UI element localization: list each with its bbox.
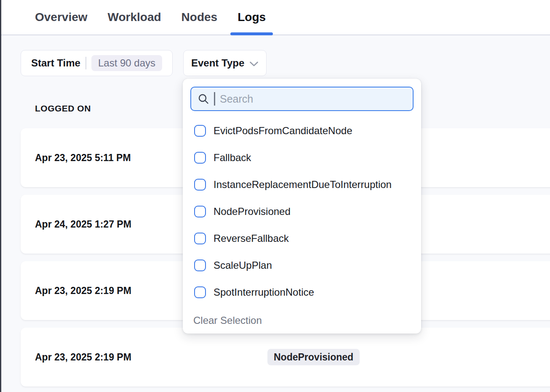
- sidebar-edge: [0, 0, 1, 392]
- option-instancereplacementduetointerruption[interactable]: InstanceReplacementDueToInterruption: [183, 171, 421, 198]
- logged-on-value: Apr 23, 2025 2:19 PM: [35, 285, 131, 297]
- event-type-label: Event Type: [191, 57, 244, 69]
- option-label: InstanceReplacementDueToInterruption: [214, 179, 392, 191]
- start-time-value-pill: Last 90 days: [91, 55, 162, 71]
- tab-logs[interactable]: Logs: [230, 0, 273, 34]
- logged-on-value: Apr 24, 2025 1:27 PM: [35, 219, 131, 230]
- option-nodeprovisioned[interactable]: NodeProvisioned: [183, 198, 421, 225]
- checkbox[interactable]: [194, 286, 206, 298]
- checkbox[interactable]: [194, 206, 206, 217]
- option-evictpodsfromcandidatenode[interactable]: EvictPodsFromCandidateNode: [183, 117, 421, 144]
- checkbox[interactable]: [194, 233, 206, 244]
- tab-workload-label: Workload: [108, 11, 161, 24]
- option-label: SpotInterruptionNotice: [214, 286, 314, 298]
- option-label: ScaleUpPlan: [214, 260, 272, 271]
- option-label: Fallback: [214, 152, 251, 164]
- logged-on-value: Apr 23, 2025 5:11 PM: [35, 152, 131, 164]
- checkbox[interactable]: [194, 260, 206, 271]
- event-type-filter-button[interactable]: Event Type: [183, 50, 267, 76]
- tab-overview[interactable]: Overview: [28, 0, 95, 34]
- tab-workload[interactable]: Workload: [101, 0, 168, 34]
- table-row[interactable]: Apr 23, 2025 2:19 PM NodeProvisioned: [21, 328, 550, 387]
- option-label: EvictPodsFromCandidateNode: [214, 125, 352, 137]
- tab-logs-label: Logs: [238, 11, 266, 24]
- checkbox[interactable]: [194, 152, 206, 164]
- column-header-logged-on: LOGGED ON: [35, 103, 91, 114]
- dropdown-search-box[interactable]: [190, 87, 414, 111]
- tab-nodes-label: Nodes: [182, 11, 218, 24]
- event-type-options: EvictPodsFromCandidateNode Fallback Inst…: [183, 111, 421, 306]
- search-icon: [198, 93, 209, 105]
- text-cursor: [214, 92, 215, 106]
- checkbox[interactable]: [194, 125, 206, 137]
- tab-bar: Overview Workload Nodes Logs: [1, 0, 550, 35]
- search-input[interactable]: [220, 93, 406, 105]
- event-type-badge: NodeProvisioned: [267, 349, 360, 366]
- option-reversefallback[interactable]: ReverseFallback: [183, 225, 421, 252]
- start-time-filter-button[interactable]: Start Time Last 90 days: [21, 50, 173, 76]
- option-scaleupplan[interactable]: ScaleUpPlan: [183, 252, 421, 279]
- logged-on-value: Apr 23, 2025 2:19 PM: [35, 352, 131, 363]
- option-label: NodeProvisioned: [214, 206, 291, 217]
- option-label: ReverseFallback: [214, 233, 289, 244]
- logs-page: Overview Workload Nodes Logs Start Time …: [0, 0, 550, 392]
- start-time-label: Start Time: [31, 57, 80, 69]
- option-fallback[interactable]: Fallback: [183, 144, 421, 171]
- filter-divider: [85, 57, 86, 69]
- option-spotinterruptionnotice[interactable]: SpotInterruptionNotice: [183, 279, 421, 306]
- tab-overview-label: Overview: [35, 11, 88, 24]
- checkbox[interactable]: [194, 179, 206, 191]
- chevron-down-icon: [249, 61, 259, 67]
- event-type-dropdown: EvictPodsFromCandidateNode Fallback Inst…: [183, 79, 421, 334]
- clear-selection-link[interactable]: Clear Selection: [193, 315, 262, 326]
- active-tab-underline: [230, 32, 273, 35]
- tabs: Overview Workload Nodes Logs: [1, 0, 550, 34]
- tab-nodes[interactable]: Nodes: [174, 0, 225, 34]
